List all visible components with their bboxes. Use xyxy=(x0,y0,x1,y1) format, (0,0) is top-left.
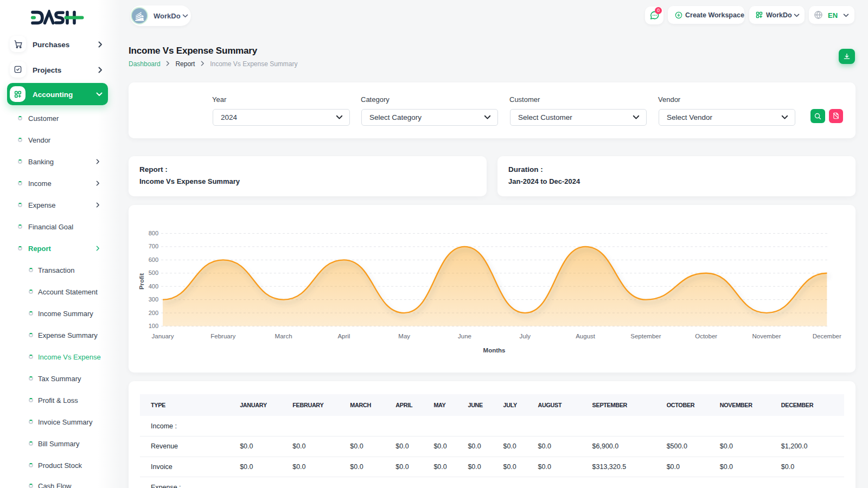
svg-text:December: December xyxy=(813,333,841,339)
svg-text:March: March xyxy=(275,333,292,339)
svg-text:400: 400 xyxy=(149,283,158,290)
svg-text:February: February xyxy=(210,333,235,339)
svg-text:August: August xyxy=(576,333,596,339)
svg-text:Profit: Profit xyxy=(138,273,145,290)
svg-text:200: 200 xyxy=(149,310,158,316)
svg-text:June: June xyxy=(458,333,471,339)
svg-text:800: 800 xyxy=(149,230,158,236)
svg-text:October: October xyxy=(695,333,717,339)
svg-text:January: January xyxy=(152,333,174,339)
svg-text:July: July xyxy=(520,333,531,339)
svg-text:May: May xyxy=(398,333,410,339)
svg-text:100: 100 xyxy=(149,323,158,329)
svg-text:700: 700 xyxy=(149,243,158,249)
svg-text:November: November xyxy=(752,333,781,339)
svg-text:300: 300 xyxy=(149,296,158,303)
svg-text:600: 600 xyxy=(149,256,158,263)
svg-text:September: September xyxy=(630,333,661,339)
svg-text:April: April xyxy=(337,333,350,339)
svg-text:Months: Months xyxy=(483,347,506,354)
svg-text:500: 500 xyxy=(149,269,158,276)
